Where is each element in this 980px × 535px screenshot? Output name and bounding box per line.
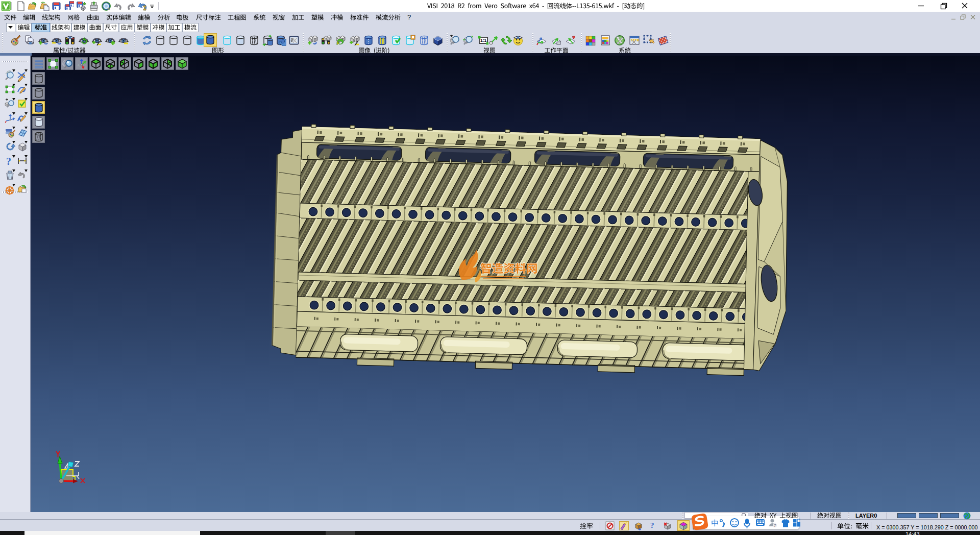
svg-text:7: 7	[774, 523, 776, 528]
